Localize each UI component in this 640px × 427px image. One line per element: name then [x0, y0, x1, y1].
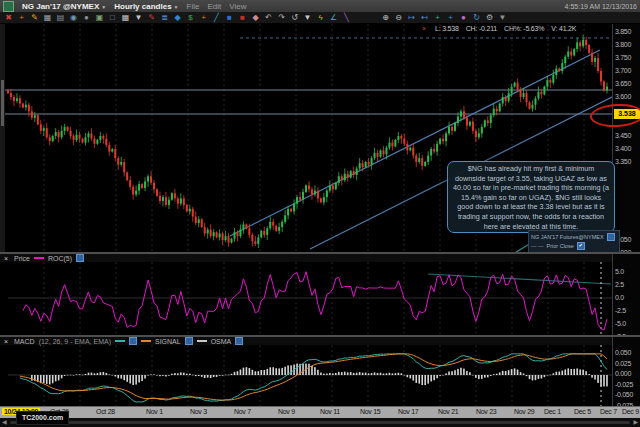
signal-settings-icon[interactable]	[185, 337, 193, 345]
undo-icon[interactable]: ↶	[262, 13, 275, 23]
h-scrollbar[interactable]: ◀ ▶ TC2000.com	[0, 418, 640, 427]
layout-grid-icon[interactable]: ▦	[119, 13, 132, 23]
edit-chart-icon[interactable]: ✎	[145, 13, 158, 23]
macd-panel[interactable]: × MACD (12, 26, 9 - EMA, EMA) SIGNAL OSM…	[0, 337, 612, 406]
add-indicator-icon[interactable]: +	[197, 13, 210, 23]
scroll-track[interactable]	[10, 421, 630, 424]
close-icon[interactable]: ×	[2, 255, 10, 262]
macd-name-label: MACD	[14, 338, 35, 345]
calendar-icon[interactable]: ▣	[93, 13, 106, 23]
legend-change-pct: CH%: -5.63%	[504, 25, 544, 32]
chevron-down-icon: ▼	[101, 4, 106, 10]
fit-scale-icon[interactable]: +	[444, 13, 457, 23]
axis-label: 0.025	[615, 360, 631, 367]
bar-spacing-decrease-icon[interactable]: ↤	[418, 13, 431, 23]
macd-axis[interactable]: 0.0500.0250.000-0.025-0.050-0.075	[612, 337, 640, 406]
palette-icon[interactable]: ●	[457, 13, 470, 23]
date-axis-label: Nov 29	[514, 408, 534, 415]
more-dropdown-icon[interactable]: ▼	[496, 13, 509, 23]
price-axis[interactable]: 3.538 3.8503.8003.7503.7003.6503.6003.45…	[612, 24, 640, 252]
date-axis-label: Nov 17	[398, 408, 418, 415]
titlebar: NG Jan'17 @NYMEX▼ Hourly candles▼ File E…	[0, 0, 640, 12]
app-icon	[3, 1, 14, 12]
macd-line-swatch	[115, 340, 125, 342]
trendline-tool-icon[interactable]: ╱	[210, 13, 223, 23]
measure-icon[interactable]: ∠	[327, 13, 340, 23]
date-axis-label: Nov 9	[278, 408, 295, 415]
annotation-note: $NG has already hit my first & minimum d…	[447, 161, 615, 233]
shapes-icon[interactable]: ●	[80, 13, 93, 23]
roc-price-label: Price	[14, 255, 30, 262]
crosshair-tool-icon[interactable]: +	[15, 13, 28, 23]
redo-icon[interactable]: ↷	[275, 13, 288, 23]
axis-label: -0.025	[615, 381, 633, 388]
eraser-icon[interactable]: ◆	[249, 13, 262, 23]
volume-droplet-icon[interactable]: ◆	[171, 13, 184, 23]
chart-legend: × L: 3.538 CH: -0.211 CH%: -5.63% V: 41.…	[420, 25, 576, 32]
menu-edit[interactable]: Edit	[207, 2, 221, 11]
expand-scale-icon[interactable]: +	[431, 13, 444, 23]
close-icon[interactable]: ×	[420, 25, 428, 32]
timeframe-selector[interactable]: Hourly candles▼	[114, 2, 178, 11]
brand-label: TC2000.com	[16, 411, 69, 425]
toolbar-group-left: ✖+✎▦▤◉●▣□▦▼✎≣◆$+╱■■◆↶↷↺▼ϟ∠╲	[2, 13, 353, 23]
roc-settings-icon[interactable]	[76, 254, 84, 262]
grid-icon[interactable]: ▦	[41, 13, 54, 23]
axis-label: 3.350	[615, 158, 631, 165]
scroll-left-icon[interactable]: ◀	[2, 418, 7, 427]
lightning-icon[interactable]: ϟ	[314, 13, 327, 23]
axis-label: 3.700	[615, 67, 631, 74]
dash-sample: — —	[531, 243, 544, 249]
draw-dropdown-icon[interactable]: ▼	[301, 13, 314, 23]
snapshot-icon[interactable]: ◉	[67, 13, 80, 23]
macd-params-label: (12, 26, 9 - EMA, EMA)	[39, 338, 111, 345]
scroll-right-icon[interactable]: ▶	[633, 418, 638, 427]
legend-last: L: 3.538	[435, 25, 459, 32]
bar-spacing-increase-icon[interactable]: ↦	[405, 13, 418, 23]
refresh-icon[interactable]: ↻	[470, 13, 483, 23]
news-icon[interactable]: ■	[236, 13, 249, 23]
macd-plot[interactable]	[0, 345, 612, 406]
scroll-handle[interactable]	[1, 80, 4, 126]
menu-view[interactable]: View	[229, 2, 246, 11]
settings-chip-icon[interactable]	[607, 233, 615, 241]
roc-panel-header: × Price ROC(5)	[0, 254, 612, 262]
legend-change: CH: -0.211	[466, 25, 497, 32]
macd-settings-icon[interactable]	[129, 337, 137, 345]
axis-label: 3.800	[615, 41, 631, 48]
brush-icon[interactable]: ╲	[340, 13, 353, 23]
pencil-tool-icon[interactable]: ✎	[28, 13, 41, 23]
roc-axis[interactable]: 5.02.50.0-2.5-5.0-7.5	[612, 254, 640, 335]
axis-label: 3.600	[615, 93, 631, 100]
date-axis-label: Dec 5	[574, 408, 591, 415]
info-icon[interactable]: ■	[223, 13, 236, 23]
reset-icon[interactable]: ↺	[288, 13, 301, 23]
magnifier-plus-icon[interactable]: ⊕	[379, 13, 392, 23]
left-mini-scrollbar[interactable]	[0, 24, 5, 252]
roc-panel[interactable]: × Price ROC(5)	[0, 254, 612, 335]
wrench-icon[interactable]: ⚙	[483, 13, 496, 23]
close-icon[interactable]: ×	[2, 338, 10, 345]
menu-file[interactable]: File	[187, 2, 200, 11]
prior-close-checkbox[interactable]: ✔	[577, 242, 585, 250]
dollar-icon[interactable]: $	[184, 13, 197, 23]
notes-icon[interactable]: ≣	[158, 13, 171, 23]
symbol-selector[interactable]: NG Jan'17 @NYMEX▼	[22, 2, 106, 11]
tc2000-window: NG Jan'17 @NYMEX▼ Hourly candles▼ File E…	[0, 0, 640, 427]
roc-plot[interactable]	[0, 262, 612, 335]
magnifier-minus-icon[interactable]: ⊖	[392, 13, 405, 23]
print-icon[interactable]: ▤	[54, 13, 67, 23]
axis-label: 3.850	[615, 28, 631, 35]
layout-dropdown-icon[interactable]: ▼	[132, 13, 145, 23]
axis-label: 2.5	[615, 281, 624, 288]
select-tool-icon[interactable]: ✖	[2, 13, 15, 23]
date-axis[interactable]: 10/24 12:00 Oct 26Oct 28Nov 1Nov 3Nov 7N…	[0, 406, 640, 418]
signal-label: SIGNAL	[155, 338, 181, 345]
axis-label: -5.0	[615, 320, 626, 327]
axis-label: 0.000	[615, 370, 631, 377]
date-axis-label: Dec 1	[544, 408, 561, 415]
chart-stage: 3.538 3.8503.8003.7503.7003.6503.6003.45…	[0, 24, 640, 406]
osma-settings-icon[interactable]	[235, 337, 243, 345]
prior-close-label: Prior Close	[547, 243, 574, 249]
template-icon[interactable]: □	[106, 13, 119, 23]
